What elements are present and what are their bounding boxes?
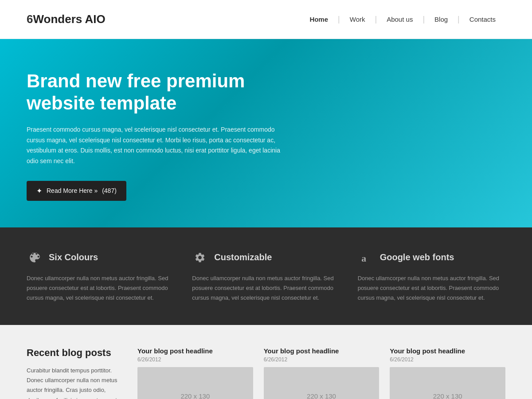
nav-item-home[interactable]: Home — [300, 16, 338, 23]
blog-post-title: Your blog post headline — [390, 347, 505, 355]
site-logo: 6Wonders AIO — [27, 12, 106, 26]
nav-item-work[interactable]: Work — [340, 16, 375, 23]
logo-num: 6 — [27, 12, 33, 26]
blog-sidebar-title: Recent blog posts — [27, 347, 124, 359]
font-icon: a — [358, 250, 374, 266]
button-icon: ✦ — [36, 187, 42, 195]
blog-post-title: Your blog post headline — [137, 347, 253, 355]
blog-post: Your blog post headline6/26/2012220 x 13… — [264, 347, 379, 399]
blog-post: Your blog post headline6/26/2012220 x 13… — [137, 347, 253, 399]
feature-col-gear: CustomizableDonec ullamcorper nulla non … — [192, 250, 340, 303]
logo-text: Wonders AIO — [33, 12, 105, 26]
blog-sidebar: Recent blog posts Curabitur blandit temp… — [27, 347, 124, 399]
feature-title-row: Customizable — [192, 250, 340, 266]
blog-posts-container: Your blog post headline6/26/2012220 x 13… — [137, 347, 505, 399]
feature-col-palette: Six ColoursDonec ullamcorper nulla non m… — [27, 250, 174, 303]
blog-post-image: 220 x 130 — [137, 367, 253, 399]
feature-body: Donec ullamcorper nulla non metus auctor… — [192, 274, 340, 303]
feature-title-row: Six Colours — [27, 250, 174, 266]
feature-col-font: aGoogle web fontsDonec ullamcorper nulla… — [358, 250, 505, 303]
blog-section: Recent blog posts Curabitur blandit temp… — [0, 325, 532, 399]
site-header: 6Wonders AIO Home|Work|About us|Blog|Con… — [0, 0, 532, 39]
blog-post-image: 220 x 130 — [264, 367, 379, 399]
nav-item-about-us[interactable]: About us — [377, 16, 422, 23]
feature-title-row: aGoogle web fonts — [358, 250, 505, 266]
read-more-button[interactable]: ✦ Read More Here » (487) — [27, 181, 126, 201]
gear-icon — [192, 250, 208, 266]
blog-post-date: 6/26/2012 — [390, 356, 505, 363]
nav-item-blog[interactable]: Blog — [425, 16, 458, 23]
hero-body: Praesent commodo cursus magna, vel scele… — [27, 125, 293, 167]
feature-heading: Six Colours — [49, 252, 98, 262]
svg-text:a: a — [361, 253, 366, 263]
btn-label: Read More Here » — [47, 187, 98, 194]
hero-headline: Brand new free premium website template — [27, 70, 301, 115]
palette-icon — [27, 250, 43, 266]
btn-count: (487) — [102, 187, 117, 194]
blog-sidebar-body: Curabitur blandit tempus porttitor. Done… — [27, 366, 124, 399]
blog-post-title: Your blog post headline — [264, 347, 379, 355]
feature-body: Donec ullamcorper nulla non metus auctor… — [358, 274, 505, 303]
blog-post-date: 6/26/2012 — [137, 356, 253, 363]
nav-item-contacts[interactable]: Contacts — [460, 16, 505, 23]
feature-body: Donec ullamcorper nulla non metus auctor… — [27, 274, 174, 303]
feature-heading: Google web fonts — [380, 252, 454, 262]
main-nav: Home|Work|About us|Blog|Contacts — [300, 15, 505, 24]
blog-post-image: 220 x 130 — [390, 367, 505, 399]
hero-section: Brand new free premium website template … — [0, 39, 532, 227]
blog-post: Your blog post headline6/26/2012220 x 13… — [390, 347, 505, 399]
features-section: Six ColoursDonec ullamcorper nulla non m… — [0, 227, 532, 325]
feature-heading: Customizable — [214, 252, 272, 262]
blog-post-date: 6/26/2012 — [264, 356, 379, 363]
